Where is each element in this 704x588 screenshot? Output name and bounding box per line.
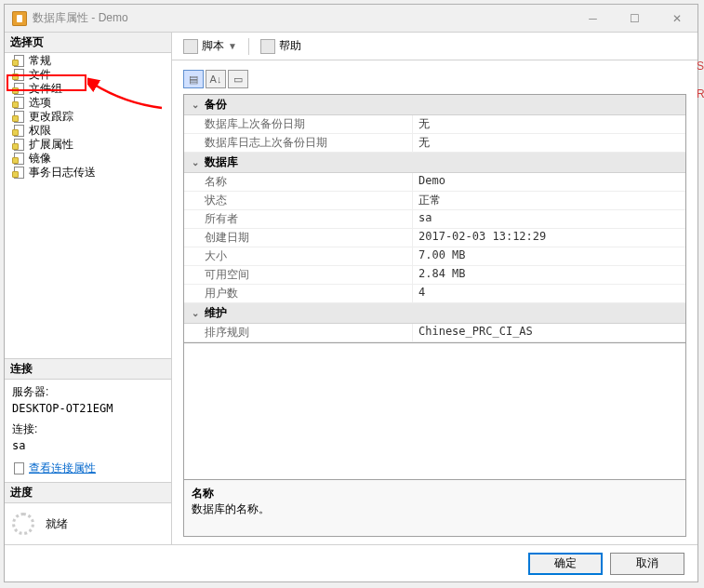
- progress-header: 进度: [5, 483, 171, 503]
- page-icon: [12, 83, 25, 94]
- prop-row[interactable]: 名称Demo: [184, 173, 685, 192]
- prop-label: 可用空间: [184, 266, 413, 284]
- connection-header: 连接: [5, 359, 171, 380]
- minimize-button[interactable]: ─: [572, 5, 614, 32]
- prop-row[interactable]: 状态正常: [184, 192, 685, 210]
- page-icon: [12, 69, 25, 80]
- connection-section: 连接 服务器: DESKTOP-OT21EGM 连接: sa 查看连接属性: [5, 358, 171, 482]
- server-label: 服务器:: [12, 383, 164, 400]
- prop-value: 7.00 MB: [413, 247, 685, 265]
- script-icon: [183, 39, 198, 54]
- background-edge: S R: [697, 0, 704, 588]
- titlebar[interactable]: 数据库属性 - Demo ─ ☐ ✕: [5, 5, 697, 33]
- page-icon: [12, 139, 25, 150]
- maximize-button[interactable]: ☐: [614, 5, 656, 32]
- category-database[interactable]: ⌄数据库: [184, 153, 685, 173]
- sidebar-item-label: 事务日志传送: [29, 166, 96, 179]
- server-value: DESKTOP-OT21EGM: [12, 400, 164, 417]
- prop-row[interactable]: 用户数4: [184, 285, 685, 303]
- progress-status: 就绪: [46, 516, 68, 532]
- conn-value: sa: [12, 437, 164, 454]
- sidebar-item-label: 权限: [29, 124, 51, 137]
- sidebar-item-extended[interactable]: 扩展属性: [5, 137, 171, 151]
- sidebar-item-label: 更改跟踪: [29, 110, 73, 123]
- prop-row[interactable]: 创建日期2017-02-03 13:12:29: [184, 229, 685, 247]
- description-text: 数据库的名称。: [192, 501, 678, 517]
- view-connection-link[interactable]: 查看连接属性: [12, 460, 96, 476]
- sidebar-item-options[interactable]: 选项: [5, 95, 171, 109]
- sidebar-item-label: 镜像: [29, 152, 51, 165]
- grid-empty-space: [183, 343, 686, 479]
- page-icon: [12, 153, 25, 164]
- sidebar-item-mirroring[interactable]: 镜像: [5, 151, 171, 165]
- page-icon: [12, 55, 25, 66]
- prop-value: sa: [413, 210, 685, 228]
- grid-toolbar: ▤ A↓ ▭: [172, 68, 697, 90]
- sidebar-item-label: 扩展属性: [29, 138, 73, 151]
- prop-label: 用户数: [184, 285, 413, 302]
- window-title: 数据库属性 - Demo: [33, 10, 572, 26]
- database-icon: [12, 11, 27, 26]
- prop-row[interactable]: 大小7.00 MB: [184, 247, 685, 266]
- sidebar-item-files[interactable]: 文件: [5, 67, 171, 81]
- sidebar-item-label: 文件组: [29, 82, 62, 95]
- category-backup[interactable]: ⌄备份: [184, 95, 685, 115]
- prop-value: 正常: [413, 192, 685, 209]
- script-button[interactable]: 脚本▼: [179, 36, 241, 56]
- page-icon: [12, 111, 25, 122]
- prop-row[interactable]: 可用空间2.84 MB: [184, 266, 685, 285]
- categorized-button[interactable]: ▤: [183, 70, 204, 88]
- cancel-button[interactable]: 取消: [610, 553, 684, 575]
- category-maintenance[interactable]: ⌄维护: [184, 303, 685, 324]
- sidebar-item-changetracking[interactable]: 更改跟踪: [5, 109, 171, 123]
- description-title: 名称: [192, 486, 678, 501]
- sidebar: 选择页 常规 文件 文件组 选项 更改跟踪 权限 扩展属性 镜像 事务日志传送 …: [5, 33, 172, 544]
- prop-value: 2017-02-03 13:12:29: [413, 229, 685, 247]
- prop-label: 创建日期: [184, 229, 413, 247]
- prop-label: 大小: [184, 247, 413, 265]
- prop-value: 无: [413, 115, 685, 133]
- prop-row[interactable]: 数据库上次备份日期无: [184, 115, 685, 134]
- prop-label: 所有者: [184, 210, 413, 228]
- alphabetical-button[interactable]: A↓: [206, 70, 226, 88]
- sidebar-item-label: 常规: [29, 54, 51, 67]
- page-icon: [12, 167, 25, 178]
- sidebar-item-filegroups[interactable]: 文件组: [5, 81, 171, 95]
- select-page-header: 选择页: [5, 33, 171, 53]
- main-panel: 脚本▼ 帮助 ▤ A↓ ▭ ⌄备份 数据库上次备份日期无 数据库日志上次备份日期…: [172, 33, 697, 544]
- help-icon: [260, 39, 275, 54]
- prop-row[interactable]: 所有者sa: [184, 210, 685, 229]
- ok-button[interactable]: 确定: [528, 553, 603, 575]
- collapse-icon: ⌄: [190, 100, 201, 111]
- prop-value: Chinese_PRC_CI_AS: [413, 324, 685, 341]
- help-button[interactable]: 帮助: [257, 36, 305, 56]
- prop-label: 数据库日志上次备份日期: [184, 134, 413, 152]
- collapse-icon: ⌄: [190, 157, 201, 168]
- page-list: 常规 文件 文件组 选项 更改跟踪 权限 扩展属性 镜像 事务日志传送: [5, 53, 171, 179]
- page-icon: [12, 97, 25, 108]
- sidebar-item-label: 文件: [29, 68, 51, 81]
- prop-value: 2.84 MB: [413, 266, 685, 284]
- pages-button[interactable]: ▭: [228, 70, 248, 88]
- prop-label: 排序规则: [184, 324, 413, 341]
- prop-label: 数据库上次备份日期: [184, 115, 413, 133]
- sidebar-item-permissions[interactable]: 权限: [5, 123, 171, 137]
- chevron-down-icon: ▼: [228, 41, 237, 51]
- button-bar: 确定 取消: [5, 544, 697, 581]
- conn-label: 连接:: [12, 421, 164, 437]
- prop-row[interactable]: 数据库日志上次备份日期无: [184, 134, 685, 153]
- close-button[interactable]: ✕: [656, 5, 697, 32]
- page-icon: [12, 125, 25, 136]
- prop-value: Demo: [413, 173, 685, 191]
- property-grid: ⌄备份 数据库上次备份日期无 数据库日志上次备份日期无 ⌄数据库 名称Demo …: [183, 94, 686, 343]
- prop-value: 无: [413, 134, 685, 152]
- spinner-icon: [12, 513, 34, 535]
- progress-section: 进度 就绪: [5, 482, 171, 544]
- prop-row[interactable]: 排序规则Chinese_PRC_CI_AS: [184, 324, 685, 342]
- toolbar: 脚本▼ 帮助: [172, 33, 697, 60]
- prop-value: 4: [413, 285, 685, 302]
- sidebar-item-logshipping[interactable]: 事务日志传送: [5, 165, 171, 179]
- sidebar-item-general[interactable]: 常规: [5, 53, 171, 67]
- dialog-window: 数据库属性 - Demo ─ ☐ ✕ 选择页 常规 文件 文件组 选项 更改跟踪…: [4, 4, 698, 582]
- prop-label: 名称: [184, 173, 413, 191]
